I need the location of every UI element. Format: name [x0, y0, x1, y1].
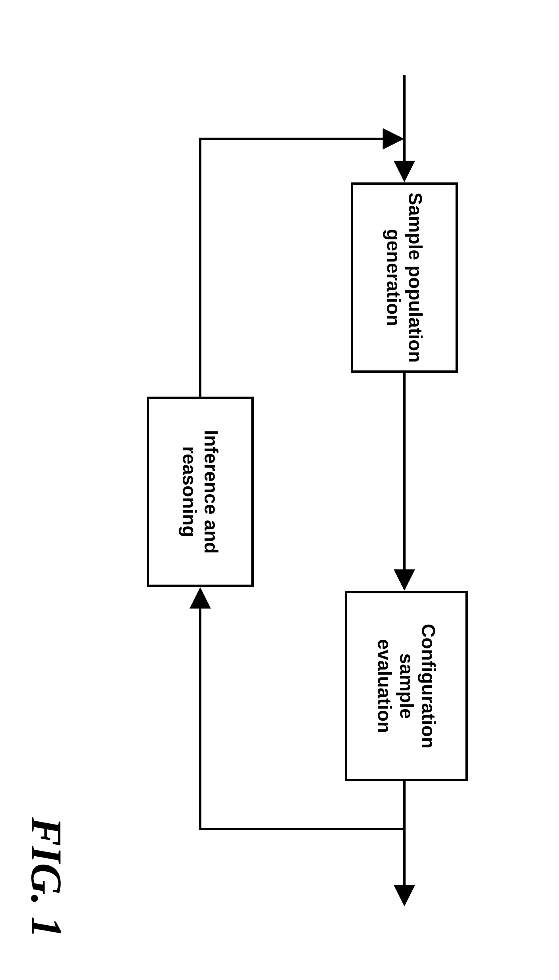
flow-arrows — [0, 0, 559, 980]
box-label: Sample populationgeneration — [383, 192, 426, 362]
box-sample-population-generation: Sample populationgeneration — [351, 182, 458, 373]
box-label: Inference andreasoning — [178, 430, 222, 554]
box-inference-and-reasoning: Inference andreasoning — [147, 397, 254, 587]
figure-label: FIG. 1 — [21, 817, 71, 938]
box-configuration-sample-evaluation: Configurationsampleevaluation — [345, 591, 468, 781]
box-label: Configurationsampleevaluation — [373, 624, 439, 749]
